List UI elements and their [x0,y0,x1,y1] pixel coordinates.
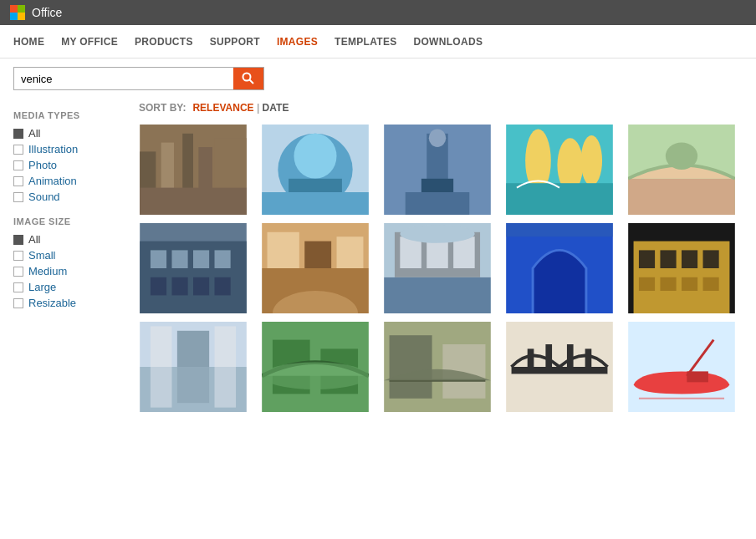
app-header: Office [0,0,756,25]
sidebar-item-label: Animation [28,175,77,187]
image-cell-8[interactable] [505,222,614,314]
checkbox [13,251,23,261]
svg-rect-23 [406,192,470,215]
checkbox [13,192,23,202]
svg-rect-74 [215,367,237,408]
image-cell-6[interactable] [261,222,370,314]
image-size-all[interactable]: All [13,231,122,247]
image-cell-11[interactable] [261,321,370,413]
sidebar-item-label: Medium [28,265,67,277]
image-cell-13[interactable] [505,321,614,413]
media-type-all[interactable]: All [13,125,122,141]
main-nav: HOMEMY OFFICEPRODUCTSSUPPORTIMAGESTEMPLA… [0,25,756,58]
svg-rect-63 [639,277,655,291]
svg-rect-71 [215,326,237,367]
svg-point-21 [429,129,446,147]
svg-rect-72 [151,367,172,408]
svg-rect-36 [193,250,209,268]
checkbox [13,176,23,186]
checkbox [13,235,23,245]
svg-rect-64 [660,277,676,291]
sort-option-relevance[interactable]: Relevance [192,102,253,114]
image-cell-1[interactable] [261,124,370,216]
svg-rect-65 [682,277,697,291]
svg-rect-2 [18,5,25,13]
sort-option-date[interactable]: Date [263,102,289,114]
svg-rect-84 [512,374,608,401]
svg-rect-56 [506,223,613,236]
sort-by-label: SORT BY: [139,102,186,114]
search-wrapper [13,67,264,90]
image-size-resizable[interactable]: Resizable [13,295,122,311]
svg-point-78 [262,363,369,389]
sidebar-item-label: Photo [28,159,57,171]
nav-item-downloads[interactable]: DOWNLOADS [414,36,483,48]
svg-rect-91 [687,371,708,382]
image-size-medium[interactable]: Medium [13,263,122,279]
sidebar-item-label: Resizable [28,297,76,309]
image-cell-12[interactable] [383,321,492,413]
content-area: SORT BY: Relevance | Date [130,99,743,413]
svg-rect-46 [337,236,364,268]
svg-rect-39 [171,277,187,296]
image-cell-0[interactable] [139,124,248,216]
image-cell-2[interactable] [383,124,492,216]
svg-rect-35 [171,250,187,268]
office-logo-icon [10,5,25,20]
image-size-title: IMAGE SIZE [13,216,122,226]
main-content: MEDIA TYPES AllIllustrationPhotoAnimatio… [0,99,756,413]
media-type-sound[interactable]: Sound [13,189,122,205]
image-cell-7[interactable] [383,222,492,314]
image-cell-3[interactable] [505,124,614,216]
svg-rect-22 [421,179,453,192]
svg-rect-38 [151,277,166,296]
image-sizes-list: AllSmallMediumLargeResizable [13,231,122,311]
media-type-photo[interactable]: Photo [13,157,122,173]
image-cell-9[interactable] [627,222,736,314]
checkbox [13,129,23,139]
nav-item-home[interactable]: HOME [13,36,44,48]
svg-rect-70 [177,331,209,367]
nav-item-products[interactable]: PRODUCTS [135,36,193,48]
svg-rect-41 [215,277,231,296]
svg-rect-83 [512,367,608,374]
media-types-title: MEDIA TYPES [13,110,122,120]
image-grid [139,124,743,413]
nav-item-images[interactable]: IMAGES [277,36,318,48]
svg-point-16 [294,134,336,179]
svg-rect-18 [262,192,369,215]
search-button[interactable] [233,68,263,89]
image-size-small[interactable]: Small [13,247,122,263]
image-cell-5[interactable] [139,222,248,314]
checkbox [13,298,23,308]
nav-item-my-office[interactable]: MY OFFICE [61,36,118,48]
sidebar-item-label: Illustration [28,143,78,155]
image-cell-14[interactable] [627,321,736,413]
svg-point-54 [400,225,474,243]
svg-line-6 [250,80,254,84]
sort-options: Relevance | Date [192,102,289,114]
checkbox [13,160,23,170]
checkbox [13,267,23,277]
sidebar-item-label: All [28,127,40,140]
image-cell-4[interactable] [627,124,736,216]
sidebar: MEDIA TYPES AllIllustrationPhotoAnimatio… [13,99,130,413]
image-size-large[interactable]: Large [13,279,122,295]
media-type-animation[interactable]: Animation [13,173,122,189]
sort-bar: SORT BY: Relevance | Date [139,102,743,114]
svg-rect-86 [545,344,552,367]
svg-rect-4 [18,13,25,20]
search-input[interactable] [14,68,233,89]
nav-item-support[interactable]: SUPPORT [210,36,260,48]
search-bar [0,58,756,99]
nav-item-templates[interactable]: TEMPLATES [335,36,396,48]
svg-rect-80 [390,335,432,399]
image-cell-10[interactable] [139,321,248,413]
svg-rect-69 [151,326,172,367]
svg-rect-3 [10,13,18,20]
svg-rect-60 [660,250,676,268]
svg-rect-62 [703,250,719,268]
media-type-illustration[interactable]: Illustration [13,141,122,157]
sidebar-item-label: Small [28,249,56,262]
svg-rect-37 [215,250,231,268]
